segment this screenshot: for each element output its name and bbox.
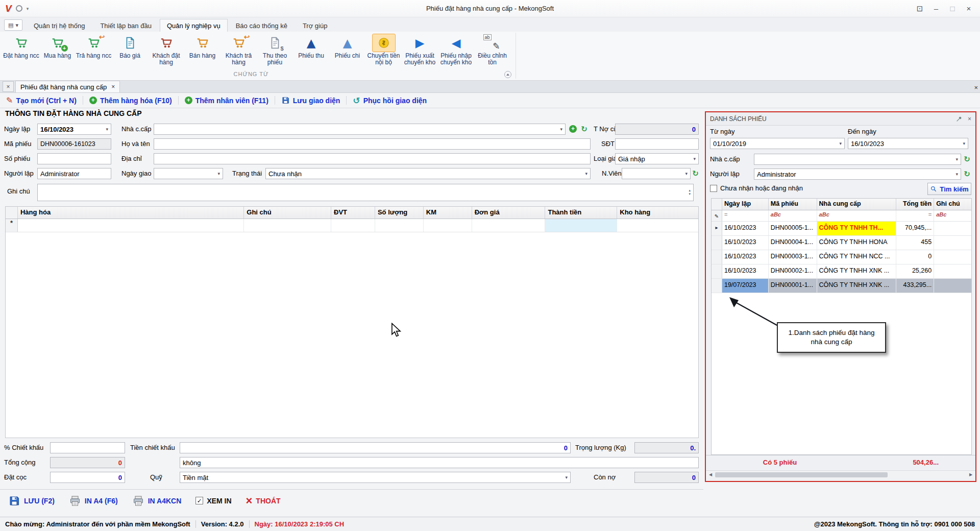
ribbon-button-phieu-thu[interactable]: ▲ Phiếu thu bbox=[293, 33, 329, 71]
filter-date[interactable]: = bbox=[722, 210, 769, 221]
ribbon-button-khach-tra-hang[interactable]: ↩ Khách trả hàng bbox=[220, 33, 257, 71]
field-sdt[interactable] bbox=[615, 138, 699, 150]
horizontal-scrollbar[interactable]: ◀ ▶ bbox=[706, 470, 975, 478]
field-nha-cung-cap[interactable]: ▾ bbox=[154, 124, 566, 135]
order-row[interactable]: 16/10/2023 DHN00003-1... CÔNG TY TNHH NC… bbox=[712, 250, 971, 264]
close-icon[interactable]: × bbox=[961, 3, 977, 15]
col-don-gia[interactable]: Đơn giá bbox=[472, 207, 546, 219]
print-a4-button[interactable]: IN A4 (F6) bbox=[69, 495, 118, 507]
add-supplier-button[interactable]: + bbox=[569, 125, 577, 133]
scrollbar-thumb[interactable] bbox=[715, 472, 888, 477]
tabbar-close-icon[interactable]: × bbox=[974, 84, 978, 91]
ribbon-button-tra-hang-ncc[interactable]: ↩ Trả hàng ncc bbox=[76, 33, 112, 71]
field-dia-chi[interactable] bbox=[154, 153, 591, 164]
save-button[interactable]: LƯU (F2) bbox=[8, 495, 55, 507]
refresh-panel-supplier-icon[interactable]: ↻ bbox=[963, 155, 971, 163]
exit-button[interactable]: × THOÁT bbox=[246, 496, 281, 506]
ribbon-button-bao-gia[interactable]: Báo giá bbox=[112, 33, 148, 71]
ribbon-tab-quan-ly-nghiep-vu[interactable]: Quản lý nghiệp vụ bbox=[160, 19, 228, 32]
fit-screen-icon[interactable]: ⊡ bbox=[912, 3, 928, 15]
quick-access-chevron-down-icon[interactable]: ▾ bbox=[27, 6, 29, 11]
ribbon-tab-quan-tri-he-thong[interactable]: Quản trị hệ thống bbox=[27, 19, 92, 32]
ribbon-button-chuyen-tien-noi-bo[interactable]: Chuyển tiền nội bộ bbox=[365, 33, 402, 71]
preview-checkbox[interactable]: ✓ XEM IN bbox=[195, 497, 231, 505]
quick-access-icon[interactable] bbox=[16, 5, 22, 12]
ribbon-group-launcher-icon[interactable] bbox=[504, 71, 511, 78]
field-so-tien-bang-chu[interactable]: không bbox=[180, 457, 699, 468]
ribbon-button-khach-dat-hang[interactable]: Khách đặt hàng bbox=[148, 33, 184, 71]
field-panel-nguoi-lap[interactable]: Administrator▾ bbox=[754, 168, 961, 180]
ribbon-tab-thiet-lap-ban-dau[interactable]: Thiết lập ban đầu bbox=[93, 19, 158, 32]
filter-row[interactable]: ✎ = aBc aBc = aBc bbox=[712, 210, 971, 222]
field-tu-ngay[interactable]: 01/10/2019▾ bbox=[710, 138, 845, 149]
field-pct-chiet-khau[interactable] bbox=[50, 442, 125, 453]
scroll-left-icon[interactable]: ◀ bbox=[707, 472, 714, 477]
col-tong-tien[interactable]: Tổng tiền bbox=[896, 199, 934, 210]
field-ghi-chu[interactable]: ▴▾ bbox=[37, 184, 694, 201]
filter-note[interactable]: aBc bbox=[934, 210, 971, 221]
col-so-luong[interactable]: Số lượng bbox=[375, 207, 424, 219]
add-employee-button[interactable]: + Thêm nhân viên (F11) bbox=[185, 96, 268, 105]
col-ma-phieu[interactable]: Mã phiếu bbox=[769, 199, 817, 210]
ribbon-tab-tro-giup[interactable]: Trợ giúp bbox=[296, 19, 335, 32]
field-trang-thai[interactable]: Chưa nhận▾ bbox=[265, 168, 591, 179]
pin-icon[interactable] bbox=[955, 115, 963, 123]
print-a4kcn-button[interactable]: IN A4KCN bbox=[132, 495, 182, 507]
ribbon-button-ban-hang[interactable]: Bán hàng bbox=[184, 33, 220, 71]
tab-close-icon[interactable]: × bbox=[111, 83, 115, 90]
tab-phieu-dat-hang-nha-cung-cap[interactable]: Phiếu đặt hàng nhà cung cấp × bbox=[15, 81, 120, 92]
field-nhan-vien[interactable]: ▾ bbox=[622, 168, 691, 179]
refresh-supplier-icon[interactable]: ↻ bbox=[580, 125, 589, 133]
col-kho-hang[interactable]: Kho hàng bbox=[617, 207, 698, 219]
ribbon-button-phieu-chi[interactable]: ▲ Phiếu chi bbox=[329, 33, 365, 71]
field-tien-chiet-khau[interactable]: 0 bbox=[180, 442, 571, 453]
ribbon-tab-bao-cao-thong-ke[interactable]: Báo cáo thống kê bbox=[229, 19, 295, 32]
close-document-icon[interactable]: × bbox=[3, 81, 14, 92]
field-ngay-giao[interactable]: ▾ bbox=[154, 168, 223, 179]
new-row[interactable]: * bbox=[6, 219, 698, 232]
filter-code[interactable]: aBc bbox=[769, 210, 817, 221]
col-dvt[interactable]: ĐVT bbox=[331, 207, 375, 219]
col-km[interactable]: KM bbox=[424, 207, 472, 219]
panel-close-icon[interactable]: × bbox=[968, 115, 971, 123]
field-quy[interactable]: Tiền mặt▾ bbox=[180, 472, 571, 483]
application-menu-button[interactable]: ▤ ▾ bbox=[4, 19, 22, 31]
ribbon-button-mua-hang[interactable]: + Mua hàng bbox=[39, 33, 76, 71]
order-row[interactable]: 16/10/2023 DHN00004-1... CÔNG TY TNHH HO… bbox=[712, 236, 971, 250]
col-ghi-chu[interactable]: Ghi chú bbox=[244, 207, 331, 219]
field-ngay-lap[interactable]: 16/10/2023▾ bbox=[37, 124, 111, 135]
field-den-ngay[interactable]: 16/10/2023▾ bbox=[848, 138, 968, 149]
ribbon-button-dat-hang-ncc[interactable]: Đặt hàng ncc bbox=[3, 33, 39, 71]
spinner-icons[interactable]: ▴▾ bbox=[689, 189, 691, 196]
field-loai-gia[interactable]: Giá nhập▾ bbox=[615, 153, 699, 164]
col-ngay-lap[interactable]: Ngày lập bbox=[722, 199, 769, 210]
field-so-phieu[interactable] bbox=[37, 153, 111, 164]
scroll-right-icon[interactable]: ▶ bbox=[967, 472, 974, 477]
col-thanh-tien[interactable]: Thành tiền bbox=[545, 207, 617, 219]
maximize-icon[interactable]: □ bbox=[944, 3, 961, 15]
add-item-button[interactable]: + Thêm hàng hóa (F10) bbox=[89, 96, 172, 105]
items-grid[interactable]: Hàng hóa Ghi chú ĐVT Số lượng KM Đơn giá… bbox=[5, 206, 699, 438]
field-ho-va-ten[interactable] bbox=[154, 138, 591, 150]
order-row-selected[interactable]: 19/07/2023 DHN00001-1... CÔNG TY TNHH XN… bbox=[712, 279, 971, 293]
refresh-employee-icon[interactable]: ↻ bbox=[691, 169, 700, 178]
ribbon-button-phieu-xuat-chuyen-kho[interactable]: ▶ Phiếu xuất chuyển kho bbox=[402, 33, 438, 71]
col-nha-cung-cap[interactable]: Nhà cung cấp bbox=[817, 199, 897, 210]
ribbon-button-phieu-nhap-chuyen-kho[interactable]: ◀ Phiếu nhập chuyển kho bbox=[438, 33, 474, 71]
filter-total[interactable]: = bbox=[896, 210, 934, 221]
field-dat-coc[interactable]: 0 bbox=[50, 472, 125, 483]
field-panel-nha-cung-cap[interactable]: ▾ bbox=[754, 154, 961, 165]
create-new-button[interactable]: ✎ Tạo mới (Ctrl + N) bbox=[6, 95, 77, 105]
order-row[interactable]: 16/10/2023 DHN00002-1... CÔNG TY TNHH XN… bbox=[712, 264, 971, 279]
refresh-panel-user-icon[interactable]: ↻ bbox=[963, 170, 971, 178]
col-hang-hoa[interactable]: Hàng hóa bbox=[18, 207, 244, 219]
status-filter-checkbox[interactable]: Chưa nhận hoặc đang nhận bbox=[710, 184, 803, 192]
col-ghi-chu[interactable]: Ghi chú bbox=[934, 199, 971, 210]
ribbon-button-dieu-chinh-ton[interactable]: ab✎ Điều chỉnh tồn bbox=[474, 33, 510, 71]
ribbon-button-thu-theo-phieu[interactable]: $ Thu theo phiếu bbox=[257, 33, 293, 71]
save-layout-button[interactable]: Lưu giao diện bbox=[281, 96, 340, 105]
search-button[interactable]: Tìm kiếm bbox=[927, 183, 971, 195]
filter-supplier[interactable]: aBc bbox=[817, 210, 897, 221]
order-row[interactable]: ▸ 16/10/2023 DHN00005-1... CÔNG TY TNHH … bbox=[712, 222, 971, 236]
restore-layout-button[interactable]: ↺ Phục hồi giao diện bbox=[353, 95, 427, 106]
